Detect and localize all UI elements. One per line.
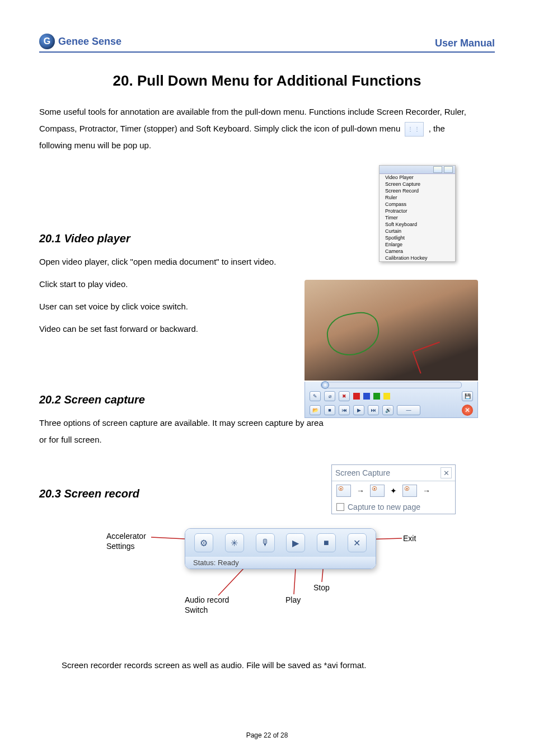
screen-capture-figure: Screen Capture ✕ → ✦ → Capture to new pa… bbox=[331, 464, 456, 514]
page-header: G Genee Sense User Manual bbox=[39, 34, 495, 53]
dropdown-item[interactable]: Protractor bbox=[380, 208, 455, 214]
sc-title-text: Screen Capture bbox=[335, 468, 390, 477]
dropdown-item[interactable]: Ruler bbox=[380, 194, 455, 201]
dropdown-header-chip bbox=[444, 166, 453, 173]
p-20-1-3: User can set voice by click voice switch… bbox=[39, 298, 302, 315]
screen-recorder-toolbar: ⚙ ✳ 🎙 ▶ ■ ✕ Status: Ready bbox=[185, 528, 376, 569]
color-yellow[interactable] bbox=[383, 393, 390, 400]
p-20-1-2: Click start to play video. bbox=[39, 276, 302, 293]
page-footer: Page 22 of 28 bbox=[0, 731, 534, 739]
dropdown-item[interactable]: Camera bbox=[380, 248, 455, 255]
label-exit: Exit bbox=[403, 534, 416, 543]
prev-icon[interactable]: ⏮ bbox=[339, 405, 350, 415]
label-switch: Switch bbox=[185, 605, 208, 614]
dropdown-item[interactable]: Curtain bbox=[380, 228, 455, 234]
intro-paragraph: Some useful tools for annotation are ava… bbox=[39, 104, 495, 154]
screen-record-diagram: Accelerator Settings Exit Audio record S… bbox=[39, 517, 495, 629]
recorder-status: Status: Ready bbox=[185, 557, 376, 569]
label-settings: Settings bbox=[106, 542, 135, 551]
dropdown-header-chip bbox=[433, 166, 442, 173]
capture-mode-1-icon[interactable] bbox=[336, 485, 351, 497]
p-20-1-4: Video can be set fast forward or backwar… bbox=[39, 321, 302, 337]
settings-icon[interactable]: ✳ bbox=[225, 533, 244, 552]
dropdown-header bbox=[380, 166, 455, 174]
pulldown-menu-icon bbox=[405, 122, 424, 137]
intro-line2b: , the bbox=[429, 124, 445, 133]
dropdown-item[interactable]: Screen Record bbox=[380, 187, 455, 194]
label-stop: Stop bbox=[313, 583, 330, 592]
play-icon[interactable]: ▶ bbox=[286, 533, 305, 552]
video-player-figure: ✎ ⌀ ✖ 💾 📂 ■ ⏮ ▶ ⏭ 🔊 — ✕ bbox=[305, 280, 478, 418]
header-right: User Manual bbox=[435, 37, 495, 49]
annotate-icon[interactable]: ✎ bbox=[310, 391, 321, 401]
intro-line2a: Compass, Protractor, Timer (stopper) and… bbox=[39, 124, 402, 133]
color-green[interactable] bbox=[373, 393, 380, 400]
audio-switch-icon[interactable]: 🎙 bbox=[256, 533, 275, 552]
dropdown-item[interactable]: Compass bbox=[380, 201, 455, 208]
intro-line3: following menu will be pop up. bbox=[39, 140, 151, 150]
dropdown-item[interactable]: Soft Keyboard bbox=[380, 221, 455, 228]
cancel-icon[interactable]: ✖ bbox=[339, 391, 350, 401]
dropdown-item[interactable]: Spotlight bbox=[380, 234, 455, 241]
volume-icon[interactable]: 🔊 bbox=[382, 405, 394, 415]
capture-new-page-checkbox[interactable] bbox=[336, 503, 344, 511]
play-icon[interactable]: ▶ bbox=[353, 405, 364, 415]
dropdown-item[interactable]: Timer bbox=[380, 214, 455, 221]
dropdown-item[interactable]: Screen Capture bbox=[380, 181, 455, 187]
scrub-bar[interactable] bbox=[321, 382, 462, 388]
label-play: Play bbox=[285, 595, 301, 604]
dropdown-item[interactable]: Calibration Hockey bbox=[380, 255, 455, 261]
intro-line1: Some useful tools for annotation are ava… bbox=[39, 107, 466, 116]
arrow-icon: → bbox=[423, 486, 430, 495]
stop-icon[interactable]: ■ bbox=[317, 533, 336, 552]
brand-logo-icon: G bbox=[39, 34, 55, 49]
brand: G Genee Sense bbox=[39, 34, 121, 49]
dropdown-item[interactable]: Enlarge bbox=[380, 241, 455, 248]
save-icon[interactable]: 💾 bbox=[462, 391, 473, 401]
erase-icon[interactable]: ⌀ bbox=[324, 391, 335, 401]
scrub-handle[interactable] bbox=[321, 381, 329, 389]
page-title: 20. Pull Down Menu for Additional Functi… bbox=[39, 72, 495, 90]
close-icon[interactable]: ✕ bbox=[441, 467, 452, 478]
volume-slider[interactable]: — bbox=[397, 405, 420, 415]
p-20-3-note: Screen recorder records screen as well a… bbox=[62, 660, 366, 670]
open-media-icon[interactable]: 📂 bbox=[310, 405, 321, 415]
next-icon[interactable]: ⏭ bbox=[368, 405, 379, 415]
accelerator-icon[interactable]: ⚙ bbox=[194, 533, 213, 552]
stop-icon[interactable]: ■ bbox=[324, 405, 335, 415]
label-accelerator: Accelerator bbox=[106, 532, 146, 541]
arrow-icon: → bbox=[357, 486, 364, 495]
sc-footer-text: Capture to new page bbox=[348, 503, 420, 511]
brand-text: Genee Sense bbox=[58, 36, 121, 48]
capture-mode-2-icon[interactable] bbox=[370, 485, 385, 497]
arrow-icon: ✦ bbox=[390, 486, 397, 495]
label-audio: Audio record bbox=[185, 595, 229, 604]
video-controls: ✎ ⌀ ✖ 💾 📂 ■ ⏮ ▶ ⏭ 🔊 — ✕ bbox=[305, 382, 478, 418]
color-blue[interactable] bbox=[363, 393, 370, 400]
color-red[interactable] bbox=[353, 393, 360, 400]
close-icon[interactable]: ✕ bbox=[462, 405, 473, 416]
p-20-2-1: Three options of screen capture are avai… bbox=[39, 415, 325, 448]
p-20-1-1: Open video player, click "open media doc… bbox=[39, 253, 302, 270]
dropdown-item[interactable]: Video Player bbox=[380, 174, 455, 181]
exit-icon[interactable]: ✕ bbox=[348, 533, 367, 552]
video-screen bbox=[305, 280, 478, 381]
dropdown-menu-figure: Video Player Screen Capture Screen Recor… bbox=[379, 165, 456, 262]
capture-mode-3-icon[interactable] bbox=[402, 485, 417, 497]
